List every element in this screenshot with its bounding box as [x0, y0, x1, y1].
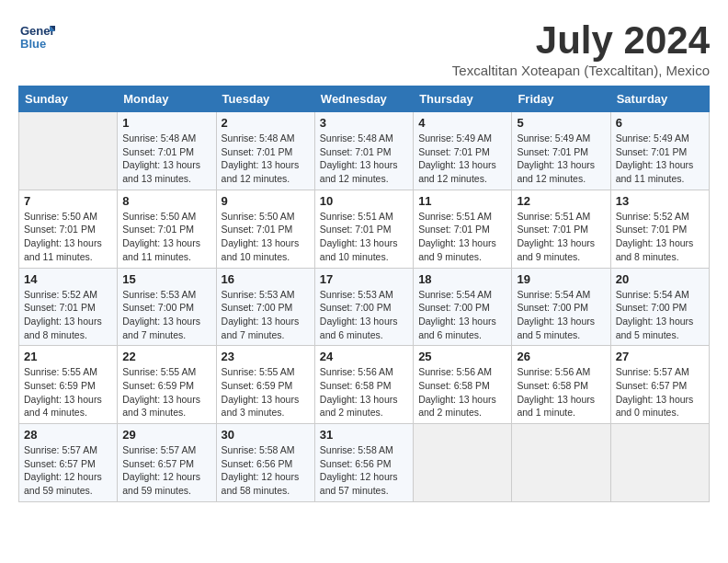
day-number: 11: [418, 194, 506, 208]
day-number: 20: [616, 272, 704, 286]
day-number: 24: [320, 350, 408, 363]
day-number: 8: [122, 194, 210, 208]
day-number: 5: [517, 116, 605, 130]
calendar-cell: 8Sunrise: 5:50 AM Sunset: 7:01 PM Daylig…: [118, 190, 216, 268]
day-info: Sunrise: 5:49 AM Sunset: 7:01 PM Dayligh…: [616, 132, 704, 186]
day-info: Sunrise: 5:48 AM Sunset: 7:01 PM Dayligh…: [222, 132, 310, 186]
month-title: July 2024: [452, 18, 710, 63]
day-number: 23: [222, 350, 310, 363]
calendar-cell: [512, 424, 610, 502]
day-number: 26: [517, 350, 605, 363]
day-number: 10: [320, 194, 408, 208]
day-info: Sunrise: 5:57 AM Sunset: 6:57 PM Dayligh…: [24, 443, 112, 498]
calendar-cell: 1Sunrise: 5:48 AM Sunset: 7:01 PM Daylig…: [118, 112, 216, 190]
day-info: Sunrise: 5:53 AM Sunset: 7:00 PM Dayligh…: [320, 288, 408, 342]
calendar-week-row: 21Sunrise: 5:55 AM Sunset: 6:59 PM Dayli…: [19, 346, 710, 424]
day-number: 31: [320, 428, 408, 442]
calendar-cell: 13Sunrise: 5:52 AM Sunset: 7:01 PM Dayli…: [610, 190, 709, 268]
day-number: 16: [222, 272, 310, 286]
day-info: Sunrise: 5:49 AM Sunset: 7:01 PM Dayligh…: [517, 132, 605, 186]
day-number: 25: [418, 350, 506, 363]
calendar-week-row: 28Sunrise: 5:57 AM Sunset: 6:57 PM Dayli…: [19, 424, 710, 502]
calendar-cell: 25Sunrise: 5:56 AM Sunset: 6:58 PM Dayli…: [414, 346, 512, 424]
calendar-cell: 31Sunrise: 5:58 AM Sunset: 6:56 PM Dayli…: [314, 424, 413, 502]
calendar-cell: 19Sunrise: 5:54 AM Sunset: 7:00 PM Dayli…: [512, 268, 610, 346]
day-number: 4: [418, 116, 506, 130]
day-number: 1: [122, 116, 210, 130]
day-number: 13: [616, 194, 704, 208]
calendar-cell: 29Sunrise: 5:57 AM Sunset: 6:57 PM Dayli…: [118, 424, 216, 502]
weekday-header-tuesday: Tuesday: [216, 86, 314, 112]
calendar-cell: 22Sunrise: 5:55 AM Sunset: 6:59 PM Dayli…: [118, 346, 216, 424]
day-number: 27: [616, 350, 704, 363]
calendar-cell: 26Sunrise: 5:56 AM Sunset: 6:58 PM Dayli…: [512, 346, 610, 424]
day-info: Sunrise: 5:54 AM Sunset: 7:00 PM Dayligh…: [616, 288, 704, 342]
calendar-week-row: 1Sunrise: 5:48 AM Sunset: 7:01 PM Daylig…: [19, 112, 710, 190]
weekday-header-wednesday: Wednesday: [314, 86, 413, 112]
day-info: Sunrise: 5:57 AM Sunset: 6:57 PM Dayligh…: [122, 443, 210, 498]
calendar-cell: 28Sunrise: 5:57 AM Sunset: 6:57 PM Dayli…: [19, 424, 118, 502]
weekday-header-row: SundayMondayTuesdayWednesdayThursdayFrid…: [19, 86, 710, 112]
calendar-cell: 2Sunrise: 5:48 AM Sunset: 7:01 PM Daylig…: [216, 112, 314, 190]
weekday-header-monday: Monday: [118, 86, 216, 112]
calendar-cell: [414, 424, 512, 502]
calendar-cell: 30Sunrise: 5:58 AM Sunset: 6:56 PM Dayli…: [216, 424, 314, 502]
day-number: 29: [122, 428, 210, 442]
day-info: Sunrise: 5:51 AM Sunset: 7:01 PM Dayligh…: [320, 210, 408, 264]
location-title: Texcaltitan Xoteapan (Texcaltitan), Mexi…: [452, 63, 710, 78]
day-info: Sunrise: 5:55 AM Sunset: 6:59 PM Dayligh…: [222, 365, 310, 419]
day-info: Sunrise: 5:57 AM Sunset: 6:57 PM Dayligh…: [616, 365, 704, 419]
day-info: Sunrise: 5:58 AM Sunset: 6:56 PM Dayligh…: [320, 443, 408, 498]
day-info: Sunrise: 5:52 AM Sunset: 7:01 PM Dayligh…: [24, 288, 112, 342]
calendar-cell: 10Sunrise: 5:51 AM Sunset: 7:01 PM Dayli…: [314, 190, 413, 268]
calendar-cell: 20Sunrise: 5:54 AM Sunset: 7:00 PM Dayli…: [610, 268, 709, 346]
calendar-cell: 16Sunrise: 5:53 AM Sunset: 7:00 PM Dayli…: [216, 268, 314, 346]
calendar-cell: 12Sunrise: 5:51 AM Sunset: 7:01 PM Dayli…: [512, 190, 610, 268]
weekday-header-friday: Friday: [512, 86, 610, 112]
day-info: Sunrise: 5:51 AM Sunset: 7:01 PM Dayligh…: [517, 210, 605, 264]
day-info: Sunrise: 5:55 AM Sunset: 6:59 PM Dayligh…: [24, 365, 112, 419]
calendar-cell: 15Sunrise: 5:53 AM Sunset: 7:00 PM Dayli…: [118, 268, 216, 346]
calendar-cell: 3Sunrise: 5:48 AM Sunset: 7:01 PM Daylig…: [314, 112, 413, 190]
calendar-cell: [610, 424, 709, 502]
day-info: Sunrise: 5:54 AM Sunset: 7:00 PM Dayligh…: [517, 288, 605, 342]
day-info: Sunrise: 5:56 AM Sunset: 6:58 PM Dayligh…: [418, 365, 506, 419]
day-number: 30: [222, 428, 310, 442]
calendar-cell: 27Sunrise: 5:57 AM Sunset: 6:57 PM Dayli…: [610, 346, 709, 424]
weekday-header-sunday: Sunday: [19, 86, 118, 112]
day-number: 28: [24, 428, 112, 442]
calendar-cell: 5Sunrise: 5:49 AM Sunset: 7:01 PM Daylig…: [512, 112, 610, 190]
day-info: Sunrise: 5:51 AM Sunset: 7:01 PM Dayligh…: [418, 210, 506, 264]
day-info: Sunrise: 5:48 AM Sunset: 7:01 PM Dayligh…: [320, 132, 408, 186]
day-number: 2: [222, 116, 310, 130]
day-info: Sunrise: 5:52 AM Sunset: 7:01 PM Dayligh…: [616, 210, 704, 264]
day-info: Sunrise: 5:48 AM Sunset: 7:01 PM Dayligh…: [122, 132, 210, 186]
day-number: 21: [24, 350, 112, 363]
calendar-table: SundayMondayTuesdayWednesdayThursdayFrid…: [18, 86, 710, 502]
calendar-cell: 17Sunrise: 5:53 AM Sunset: 7:00 PM Dayli…: [314, 268, 413, 346]
calendar-cell: 4Sunrise: 5:49 AM Sunset: 7:01 PM Daylig…: [414, 112, 512, 190]
calendar-cell: 14Sunrise: 5:52 AM Sunset: 7:01 PM Dayli…: [19, 268, 118, 346]
day-info: Sunrise: 5:53 AM Sunset: 7:00 PM Dayligh…: [222, 288, 310, 342]
day-info: Sunrise: 5:49 AM Sunset: 7:01 PM Dayligh…: [418, 132, 506, 186]
day-number: 17: [320, 272, 408, 286]
day-number: 12: [517, 194, 605, 208]
calendar-cell: 6Sunrise: 5:49 AM Sunset: 7:01 PM Daylig…: [610, 112, 709, 190]
logo-icon: General Blue: [18, 18, 55, 55]
day-info: Sunrise: 5:53 AM Sunset: 7:00 PM Dayligh…: [122, 288, 210, 342]
weekday-header-thursday: Thursday: [414, 86, 512, 112]
day-info: Sunrise: 5:54 AM Sunset: 7:00 PM Dayligh…: [418, 288, 506, 342]
day-number: 9: [222, 194, 310, 208]
calendar-week-row: 14Sunrise: 5:52 AM Sunset: 7:01 PM Dayli…: [19, 268, 710, 346]
day-number: 7: [24, 194, 112, 208]
day-info: Sunrise: 5:56 AM Sunset: 6:58 PM Dayligh…: [320, 365, 408, 419]
day-number: 15: [122, 272, 210, 286]
svg-text:Blue: Blue: [20, 37, 46, 51]
day-number: 18: [418, 272, 506, 286]
calendar-cell: 21Sunrise: 5:55 AM Sunset: 6:59 PM Dayli…: [19, 346, 118, 424]
day-info: Sunrise: 5:50 AM Sunset: 7:01 PM Dayligh…: [122, 210, 210, 264]
day-number: 6: [616, 116, 704, 130]
calendar-cell: 18Sunrise: 5:54 AM Sunset: 7:00 PM Dayli…: [414, 268, 512, 346]
calendar-week-row: 7Sunrise: 5:50 AM Sunset: 7:01 PM Daylig…: [19, 190, 710, 268]
day-info: Sunrise: 5:50 AM Sunset: 7:01 PM Dayligh…: [24, 210, 112, 264]
